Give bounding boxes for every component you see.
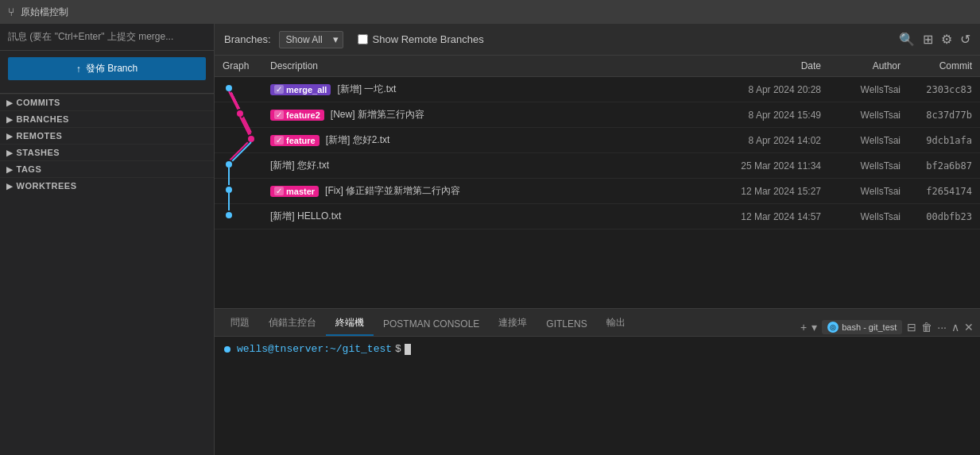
commit-description: [新增] HELLO.txt	[270, 210, 341, 223]
sidebar-item-remotes[interactable]: ▶ REMOTES	[0, 127, 214, 144]
svg-point-12	[225, 160, 233, 168]
tab-debug-console[interactable]: 偵錯主控台	[259, 311, 326, 336]
table-row[interactable]: ✓ feature[新增] 您好2.txt8 Apr 2024 14:02Wel…	[215, 128, 980, 153]
commit-date: 12 Mar 2024 15:27	[686, 179, 829, 204]
commit-hash: bf2a6b87	[908, 153, 980, 179]
commit-description: [新增] 一坨.txt	[337, 83, 396, 96]
branch-tag-merge_all[interactable]: ✓ merge_all	[270, 84, 331, 95]
tag-check-icon: ✓	[274, 136, 284, 145]
table-row[interactable]: ✓ master[Fix] 修正錯字並新增第二行內容12 Mar 2024 15…	[215, 179, 980, 204]
source-control-icon: ⑂	[8, 6, 14, 18]
panel-area: 問題 偵錯主控台 終端機 POSTMAN CONSOLE 連接埠 GITLENS…	[215, 308, 980, 455]
commit-date: 8 Apr 2024 20:28	[686, 77, 829, 102]
close-panel-icon[interactable]: ✕	[964, 321, 974, 334]
publish-branch-button[interactable]: ↑ 發佈 Branch	[8, 57, 206, 80]
table-row[interactable]: [新增] HELLO.txt12 Mar 2024 14:57WellsTsai…	[215, 204, 980, 229]
branch-tag-feature[interactable]: ✓ feature	[270, 135, 320, 146]
split-terminal-icon[interactable]: ⊟	[907, 321, 916, 334]
graph-cell	[215, 179, 262, 204]
commit-author: WellsTsai	[829, 77, 908, 102]
commit-author: WellsTsai	[829, 102, 908, 128]
tab-problems[interactable]: 問題	[221, 311, 259, 336]
tab-output[interactable]: 輸出	[597, 311, 635, 336]
sidebar-item-commits[interactable]: ▶ COMMITS	[0, 94, 214, 110]
publish-icon: ↑	[76, 64, 81, 75]
panel-tabs: 問題 偵錯主控台 終端機 POSTMAN CONSOLE 連接埠 GITLENS…	[215, 309, 980, 337]
terminal-cursor	[405, 344, 411, 355]
table-row[interactable]: ✓ feature2[New] 新增第三行內容8 Apr 2024 15:49W…	[215, 102, 980, 128]
description-cell: [新增] 您好.txt	[262, 153, 686, 179]
sidebar-item-worktrees[interactable]: ▶ WORKTREES	[0, 177, 214, 194]
graph-cell	[215, 204, 262, 229]
desc-content: ✓ merge_all[新增] 一坨.txt	[270, 83, 678, 96]
commit-date: 8 Apr 2024 15:49	[686, 102, 829, 128]
search-icon[interactable]: 🔍	[899, 32, 915, 47]
commit-hash: 2303cc83	[908, 77, 980, 102]
tag-check-icon: ✓	[274, 110, 284, 119]
more-icon[interactable]: ···	[937, 321, 947, 334]
commit-description: [New] 新增第三行內容	[331, 108, 424, 121]
graph-cell	[215, 153, 262, 179]
chevron-up-icon[interactable]: ∧	[951, 321, 959, 334]
branch-tag-feature2[interactable]: ✓ feature2	[270, 110, 324, 121]
svg-point-3	[225, 84, 233, 92]
refresh-icon[interactable]: ↺	[960, 32, 970, 47]
top-bar-title: 原始檔控制	[21, 6, 68, 19]
commit-author: WellsTsai	[829, 153, 908, 179]
tag-check-icon: ✓	[274, 187, 284, 195]
show-remote-checkbox[interactable]	[358, 34, 368, 44]
table-row[interactable]: [新增] 您好.txt25 Mar 2024 11:34WellsTsaibf2…	[215, 153, 980, 179]
commit-description: [新增] 您好2.txt	[326, 133, 390, 147]
description-cell: ✓ merge_all[新增] 一坨.txt	[262, 77, 686, 102]
svg-point-9	[247, 135, 255, 143]
chevron-icon: ▶	[6, 182, 14, 191]
table-header-row: Graph Description Date Author Commit	[215, 56, 980, 77]
tab-postman[interactable]: POSTMAN CONSOLE	[374, 314, 489, 336]
split-icon[interactable]: ⊞	[923, 32, 933, 47]
branches-select-wrapper[interactable]: Show All Local Remote	[279, 31, 343, 48]
table-row[interactable]: ✓ merge_all[新增] 一坨.txt8 Apr 2024 20:28We…	[215, 77, 980, 102]
col-author: Author	[829, 56, 908, 77]
chevron-icon: ▶	[6, 115, 14, 124]
commit-hash: 00dbfb23	[908, 204, 980, 229]
graph-cell	[215, 77, 262, 102]
branch-tag-master[interactable]: ✓ master	[270, 186, 319, 197]
desc-content: ✓ master[Fix] 修正錯字並新增第二行內容	[270, 184, 678, 198]
tab-ports[interactable]: 連接埠	[489, 311, 536, 336]
trash-icon[interactable]: 🗑	[921, 321, 932, 334]
git-table-area: Graph Description Date Author Commit ✓ m…	[215, 56, 980, 308]
sidebar: 訊息 (要在 "Ctrl+Enter" 上提交 merge... ↑ 發佈 Br…	[0, 24, 215, 455]
col-graph: Graph	[215, 56, 262, 77]
sidebar-item-branches[interactable]: ▶ BRANCHES	[0, 110, 214, 127]
commit-description: [Fix] 修正錯字並新增第二行內容	[325, 184, 460, 198]
chevron-icon: ▶	[6, 98, 14, 107]
top-bar: ⑂ 原始檔控制	[0, 0, 980, 24]
graph-cell	[215, 102, 262, 128]
branches-toolbar: Branches: Show All Local Remote Show Rem…	[215, 24, 980, 56]
sidebar-item-tags[interactable]: ▶ TAGS	[0, 160, 214, 177]
chevron-icon: ▶	[6, 165, 14, 174]
sidebar-item-stashes[interactable]: ▶ STASHES	[0, 144, 214, 160]
description-cell: [新增] HELLO.txt	[262, 204, 686, 229]
desc-content: [新增] 您好.txt	[270, 159, 678, 172]
bash-icon: ◎	[827, 322, 839, 333]
description-cell: ✓ feature2[New] 新增第三行內容	[262, 102, 686, 128]
col-date: Date	[686, 56, 829, 77]
tab-gitlens[interactable]: GITLENS	[536, 314, 596, 336]
commit-date: 25 Mar 2024 11:34	[686, 153, 829, 179]
chevron-down-icon[interactable]: ▾	[812, 321, 817, 334]
remote-checkbox-label[interactable]: Show Remote Branches	[373, 33, 484, 45]
add-terminal-icon[interactable]: +	[800, 321, 807, 334]
branches-label: Branches:	[224, 33, 271, 45]
bash-tag[interactable]: ◎ bash - git_test	[822, 320, 902, 334]
toolbar-icons: 🔍 ⊞ ⚙ ↺	[899, 32, 970, 47]
commit-hash: f2654174	[908, 179, 980, 204]
commit-hash: 8c37d77b	[908, 102, 980, 128]
commit-message-input[interactable]: 訊息 (要在 "Ctrl+Enter" 上提交 merge...	[0, 24, 214, 51]
commit-author: WellsTsai	[829, 204, 908, 229]
tab-terminal[interactable]: 終端機	[326, 311, 374, 336]
terminal-body[interactable]: wells@tnserver:~/git_test $	[215, 337, 980, 455]
commit-date: 12 Mar 2024 14:57	[686, 204, 829, 229]
branches-select[interactable]: Show All Local Remote	[279, 31, 343, 48]
settings-icon[interactable]: ⚙	[941, 32, 952, 47]
